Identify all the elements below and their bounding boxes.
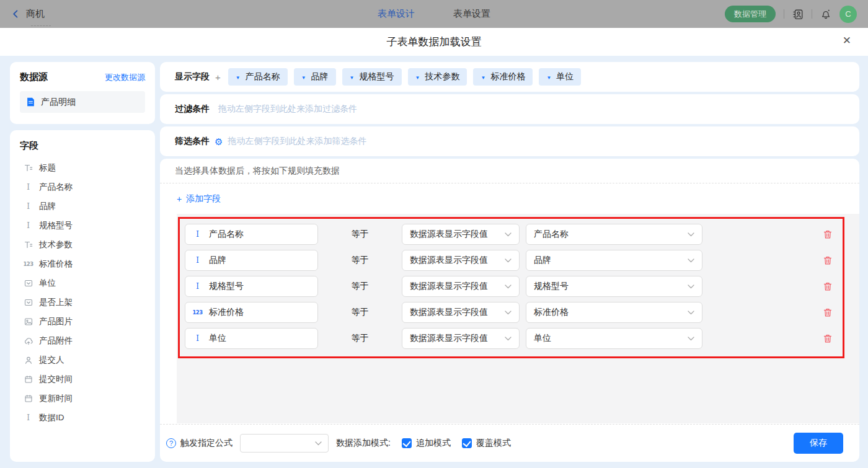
delete-rule-icon[interactable] — [823, 307, 833, 317]
display-field-tag[interactable]: ▼ 技术参数 — [408, 68, 467, 86]
rule-value-select[interactable]: 单位 — [526, 328, 702, 349]
display-field-tag[interactable]: ▼ 规格型号 — [342, 68, 402, 86]
filter-drop-zone[interactable]: 拖动左侧字段到此处来添加过滤条件 — [218, 104, 357, 115]
field-item[interactable]: I 产品名称 — [20, 177, 145, 196]
field-item-label: 标题 — [39, 162, 56, 174]
change-datasource-link[interactable]: 更改数据源 — [105, 72, 145, 83]
rule-operator: 等于 — [318, 255, 402, 266]
rule-field[interactable]: I 单位 — [185, 328, 318, 349]
user-avatar[interactable]: C — [839, 6, 857, 23]
chevron-down-icon — [688, 337, 694, 341]
rule-field[interactable]: 123 标准价格 — [185, 302, 318, 323]
field-item[interactable]: I 数据ID — [20, 408, 145, 427]
add-field-row: +添加字段 — [160, 183, 859, 214]
field-item-label: 产品名称 — [39, 182, 73, 193]
contacts-icon[interactable] — [792, 9, 804, 20]
main-panel: 显示字段 + ▼ 产品名称 ▼ 品牌 ▼ 规格型号 — [160, 62, 859, 462]
text-icon: I — [24, 222, 33, 229]
datasource-header: 数据源 更改数据源 — [20, 71, 145, 83]
chevron-down-icon — [688, 232, 694, 237]
sidebar: 数据源 更改数据源 产品明细 字段 标题 — [10, 62, 155, 462]
datasource-item[interactable]: 产品明细 — [20, 91, 145, 113]
tag-label: 规格型号 — [360, 71, 394, 82]
text-icon: I — [24, 183, 33, 191]
caret-down-icon: ▼ — [546, 74, 551, 80]
text-icon: I — [193, 257, 202, 264]
field-item[interactable]: I 规格型号 — [20, 216, 145, 235]
display-field-tag[interactable]: ▼ 产品名称 — [228, 68, 288, 86]
field-list: 标题 I 产品名称 I 品牌 I 规格型号 — [20, 158, 145, 427]
topbar-tab[interactable]: 表单设置 — [453, 8, 490, 20]
rule-value-select[interactable]: 标准价格 — [526, 302, 702, 323]
delete-rule-icon[interactable] — [823, 255, 833, 265]
date-icon — [24, 375, 33, 384]
field-item[interactable]: 是否上架 — [20, 293, 145, 312]
chevron-down-icon — [315, 441, 322, 446]
chevron-down-icon — [688, 311, 694, 315]
delete-rule-icon[interactable] — [823, 281, 833, 291]
close-icon[interactable]: ✕ — [843, 35, 851, 46]
field-item-label: 产品附件 — [39, 335, 73, 347]
rule-source-select[interactable]: 数据源表显示字段值 — [402, 224, 520, 245]
filter-condition-bar: 过滤条件 拖动左侧字段到此处来添加过滤条件 — [160, 94, 859, 124]
delete-rule-icon[interactable] — [823, 333, 833, 343]
rule-field[interactable]: I 规格型号 — [185, 276, 318, 297]
image-icon — [24, 317, 33, 326]
rule-field[interactable]: I 产品名称 — [185, 224, 318, 245]
form-name[interactable]: 商机 — [26, 8, 45, 20]
caret-down-icon: ▼ — [350, 74, 355, 80]
field-item-label: 品牌 — [39, 201, 56, 212]
field-item[interactable]: 产品图片 — [20, 312, 145, 331]
textarea-icon — [24, 241, 33, 249]
field-item[interactable]: 提交人 — [20, 350, 145, 369]
gear-icon[interactable]: ⚙ — [215, 137, 223, 146]
field-item[interactable]: 更新时间 — [20, 389, 145, 408]
rule-source-select[interactable]: 数据源表显示字段值 — [402, 250, 520, 271]
delete-rule-icon[interactable] — [823, 229, 833, 239]
fields-title: 字段 — [20, 140, 145, 152]
rule-source-value: 数据源表显示字段值 — [410, 255, 488, 266]
field-item[interactable]: 123 标准价格 — [20, 254, 145, 273]
number-icon: 123 — [193, 309, 202, 316]
back-icon[interactable] — [11, 9, 20, 19]
display-field-tag[interactable]: ▼ 单位 — [539, 68, 581, 86]
field-item[interactable]: 技术参数 — [20, 235, 145, 254]
rules-highlight-box: I 产品名称 等于 数据源表显示字段值 产品名称 — [178, 217, 844, 358]
rule-source-select[interactable]: 数据源表显示字段值 — [402, 302, 520, 323]
datasource-item-label: 产品明细 — [41, 97, 76, 108]
rule-value: 品牌 — [534, 255, 551, 266]
add-display-field-icon[interactable]: + — [215, 72, 221, 82]
mode-checkbox[interactable] — [402, 438, 412, 448]
display-field-tag[interactable]: ▼ 标准价格 — [473, 68, 533, 86]
help-icon[interactable]: ? — [166, 438, 176, 448]
field-item[interactable]: 产品附件 — [20, 331, 145, 350]
formula-select[interactable] — [240, 434, 329, 453]
field-item-label: 提交人 — [39, 355, 64, 366]
rule-value-select[interactable]: 规格型号 — [526, 276, 702, 297]
notification-bell-icon[interactable] — [820, 9, 831, 20]
rule-value-select[interactable]: 品牌 — [526, 250, 702, 271]
display-field-tag[interactable]: ▼ 品牌 — [294, 68, 336, 86]
field-item[interactable]: I 品牌 — [20, 196, 145, 216]
modal-header: 子表单数据加载设置 ✕ — [0, 28, 868, 56]
screen-drop-zone[interactable]: 拖动左侧字段到此处来添加筛选条件 — [228, 136, 366, 147]
add-field-link[interactable]: +添加字段 — [177, 193, 221, 205]
data-manage-button[interactable]: 数据管理 — [725, 6, 776, 22]
rule-value-select[interactable]: 产品名称 — [526, 224, 702, 245]
field-item-label: 产品图片 — [39, 316, 73, 327]
divider — [812, 9, 812, 19]
mode-options: 追加模式 覆盖模式 — [391, 438, 511, 449]
rule-source-select[interactable]: 数据源表显示字段值 — [402, 328, 520, 349]
rule-field[interactable]: I 品牌 — [185, 250, 318, 271]
mode-option-label: 覆盖模式 — [476, 438, 511, 449]
field-item[interactable]: 标题 — [20, 158, 145, 177]
field-item[interactable]: 提交时间 — [20, 369, 145, 389]
mode-checkbox[interactable] — [462, 438, 472, 448]
tag-label: 技术参数 — [425, 71, 459, 82]
field-item[interactable]: 单位 — [20, 273, 145, 293]
rule-source-select[interactable]: 数据源表显示字段值 — [402, 276, 520, 297]
topbar-tab[interactable]: 表单设计 — [378, 8, 415, 20]
form-doc-icon — [26, 97, 35, 107]
fields-card: 字段 标题 I 产品名称 I 品牌 — [10, 130, 155, 462]
save-button[interactable]: 保存 — [794, 433, 843, 454]
